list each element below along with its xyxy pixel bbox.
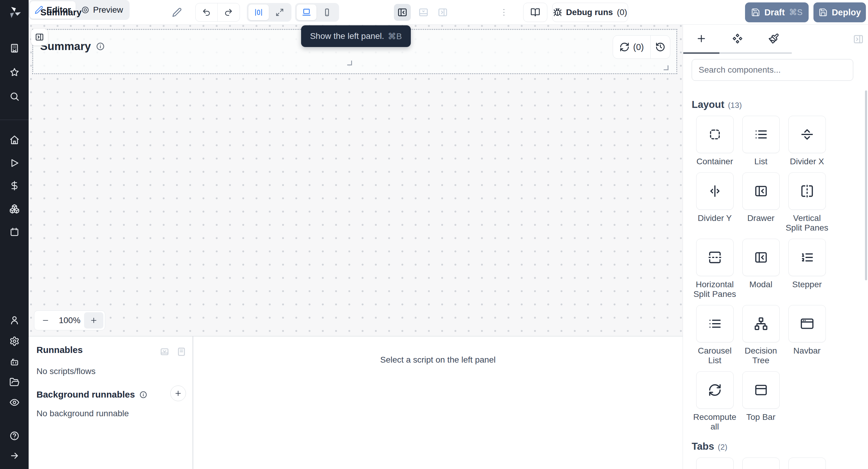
component-card-horizontal-split-panes[interactable]: Horizontal Split Panes [692, 239, 738, 299]
component-card-decision-tree[interactable]: Decision Tree [738, 305, 784, 365]
component-card-navbar[interactable]: Navbar [784, 305, 830, 365]
app-title: Summary [40, 0, 82, 25]
component-card-container[interactable]: Container [692, 116, 738, 166]
settings-icon [9, 336, 20, 346]
scrollbar-thumb[interactable] [865, 90, 867, 280]
add-background-runnable-button[interactable] [170, 385, 186, 401]
resize-handle[interactable] [664, 65, 669, 70]
component-card-drawer[interactable]: Drawer [738, 173, 784, 233]
component-card-label: Navbar [784, 346, 830, 356]
component-card-divider-x[interactable]: Divider X [784, 116, 830, 166]
component-card-partial[interactable] [692, 458, 738, 469]
component-card-box [742, 458, 780, 469]
info-icon[interactable] [139, 390, 147, 399]
section-count: (13) [728, 101, 742, 110]
docs-button[interactable] [523, 3, 547, 22]
list-icon [708, 317, 722, 331]
zoom-in-button[interactable] [84, 312, 103, 329]
sidebar-item-help-circle[interactable] [0, 429, 29, 443]
separator-h-icon [800, 127, 814, 142]
zoom-out-button[interactable] [36, 312, 55, 329]
script-editor-panel: Select a script on the left panel [193, 336, 683, 469]
dollar-icon [9, 181, 20, 191]
sidebar-item-settings[interactable] [0, 334, 29, 348]
fullwidth-layout-button[interactable] [270, 4, 289, 20]
toggle-left-panel-button[interactable] [394, 4, 411, 21]
component-card-carousel-list[interactable]: Carousel List [692, 305, 738, 365]
sidebar-item-arrow-right[interactable] [0, 448, 29, 463]
dock-bottom-icon[interactable] [159, 347, 170, 357]
refresh-icon [619, 42, 629, 52]
component-card-box [788, 116, 826, 153]
building-icon [9, 43, 20, 53]
draft-button[interactable]: Draft ⌘S [745, 2, 809, 22]
component-card-recompute-all[interactable]: Recompute all [692, 371, 738, 432]
component-card-box [696, 371, 734, 409]
deploy-button[interactable]: Deploy [813, 2, 866, 22]
panel-left-close-icon [754, 184, 768, 198]
component-card-label: List [738, 157, 784, 166]
sidebar-item-dollar[interactable] [0, 179, 29, 193]
home-icon [9, 135, 20, 145]
component-card-partial[interactable] [738, 458, 784, 469]
toggle-right-panel-button[interactable] [434, 4, 451, 21]
open-panel-button[interactable] [31, 29, 48, 45]
component-card-box [742, 305, 780, 342]
topbar: Summary Debug runs (0) Editor [29, 0, 868, 25]
redo-button[interactable] [217, 3, 239, 22]
search-input[interactable] [692, 59, 853, 81]
windmill-logo[interactable] [0, 0, 29, 25]
open-panel-icon [35, 33, 44, 41]
search-icon [9, 91, 20, 101]
component-card-stepper[interactable]: Stepper [784, 239, 830, 299]
edit-title-button[interactable] [170, 6, 184, 19]
sidebar-item-calendar[interactable] [0, 225, 29, 239]
notes-icon[interactable] [176, 347, 187, 357]
sidebar-item-eye[interactable] [0, 395, 29, 410]
center-layout-button[interactable] [248, 4, 269, 20]
sidebar-item-home[interactable] [0, 133, 29, 147]
undo-button[interactable] [195, 3, 217, 22]
component-card-list[interactable]: List [738, 116, 784, 166]
component-card-divider-y[interactable]: Divider Y [692, 173, 738, 233]
collapse-right-panel-icon[interactable] [853, 34, 864, 44]
script-panel-empty-text: Select a script on the left panel [193, 355, 683, 365]
mobile-view-button[interactable] [318, 4, 336, 20]
sidebar-item-bot[interactable] [0, 355, 29, 369]
sidebar-item-play[interactable] [0, 156, 29, 170]
sidebar-item-boxes[interactable] [0, 201, 29, 216]
refresh-count: (0) [633, 42, 644, 52]
maximize-icon [276, 8, 284, 17]
arrow-right-icon [9, 450, 20, 461]
tooltip-shortcut: ⌘B [388, 31, 402, 41]
component-card-vertical-split-panes[interactable]: Vertical Split Panes [784, 173, 830, 233]
tab-theme[interactable] [755, 25, 792, 54]
component-card-box [788, 173, 826, 210]
separator-v-icon [708, 184, 722, 198]
app-canvas[interactable]: Summary (0) Show the left panel. ⌘B 100% [29, 25, 683, 336]
toggle-bottom-panel-button[interactable] [415, 4, 432, 21]
more-menu-button[interactable] [498, 4, 510, 21]
component-card-partial[interactable] [784, 458, 830, 469]
tab-preview[interactable]: Preview [77, 1, 127, 19]
resize-handle[interactable] [347, 61, 352, 65]
refresh-button[interactable]: (0) [613, 36, 650, 59]
tab-insert-component[interactable] [683, 25, 719, 54]
background-runnables-row: Background runnables [36, 389, 147, 400]
history-button[interactable] [651, 36, 670, 59]
sidebar-item-search[interactable] [0, 89, 29, 104]
sidebar-item-star[interactable] [0, 65, 29, 80]
component-card-label: Top Bar [738, 412, 784, 422]
component-card-top-bar[interactable]: Top Bar [738, 371, 784, 432]
play-icon [9, 158, 20, 168]
panel-left-icon [397, 7, 407, 18]
info-icon[interactable] [96, 42, 105, 51]
sidebar-item-user[interactable] [0, 313, 29, 327]
tab-components-settings[interactable] [719, 25, 755, 54]
sidebar-item-building[interactable] [0, 41, 29, 56]
debug-runs-button[interactable]: Debug runs (0) [552, 3, 628, 22]
sidebar-item-folder-open[interactable] [0, 375, 29, 389]
component-card-modal[interactable]: Modal [738, 239, 784, 299]
desktop-view-button[interactable] [297, 4, 316, 20]
component-card-label: Divider X [784, 157, 830, 166]
